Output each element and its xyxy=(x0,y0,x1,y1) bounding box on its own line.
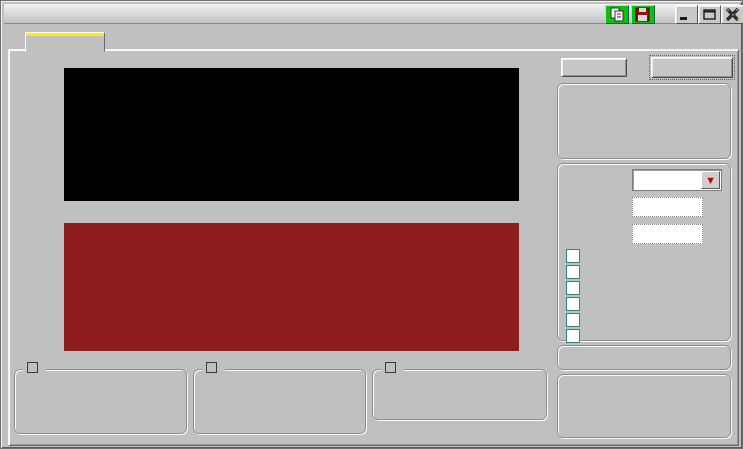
pi-errors-box xyxy=(14,369,187,434)
bottom-chart-pi-failures-jitter xyxy=(64,223,519,351)
title-bar[interactable] xyxy=(4,4,739,24)
checkbox-show-write-speed[interactable] xyxy=(566,329,580,343)
dropdown-button[interactable]: ▼ xyxy=(701,171,720,189)
maximize-button[interactable] xyxy=(698,5,721,24)
tab-disc-quality[interactable] xyxy=(25,32,105,52)
start-button[interactable] xyxy=(561,58,627,77)
scan-end-field[interactable] xyxy=(632,224,703,244)
checkbox-show-c1-pie[interactable] xyxy=(566,265,580,279)
copy-report-button[interactable] xyxy=(605,5,629,24)
pi-errors-legend xyxy=(23,362,46,373)
pi-failures-color-swatch xyxy=(206,362,217,373)
scan-start-field[interactable] xyxy=(632,197,703,217)
exit-button[interactable] xyxy=(651,57,733,78)
checkbox-show-jitter[interactable] xyxy=(566,297,580,311)
checkbox-show-read-speed[interactable] xyxy=(566,313,580,327)
top-chart-pi-errors-speed xyxy=(64,68,519,201)
app-window: ▼ xyxy=(0,0,743,449)
pi-errors-color-swatch xyxy=(27,362,38,373)
pi-failures-legend xyxy=(202,362,225,373)
checkbox-quick-scan[interactable] xyxy=(566,249,580,263)
minimize-icon xyxy=(676,6,697,23)
settings-group: ▼ xyxy=(557,163,731,341)
chevron-down-icon: ▼ xyxy=(707,176,713,185)
close-icon xyxy=(722,6,743,23)
pi-failures-box xyxy=(193,369,366,434)
jitter-box xyxy=(372,369,547,420)
progress-box xyxy=(557,374,731,438)
save-button[interactable] xyxy=(631,5,655,24)
jitter-color-swatch xyxy=(385,362,396,373)
active-tab-stripe xyxy=(26,33,104,36)
maximize-icon xyxy=(699,6,720,23)
transfer-speed-select[interactable]: ▼ xyxy=(632,169,722,191)
floppy-disk-icon xyxy=(632,6,654,23)
copy-icon xyxy=(606,6,628,23)
disc-info-group xyxy=(557,83,731,159)
minimize-button[interactable] xyxy=(675,5,698,24)
checkbox-show-c2-pif[interactable] xyxy=(566,281,580,295)
jitter-legend xyxy=(381,362,404,373)
quality-score-box xyxy=(557,345,731,370)
close-button[interactable] xyxy=(721,5,743,24)
